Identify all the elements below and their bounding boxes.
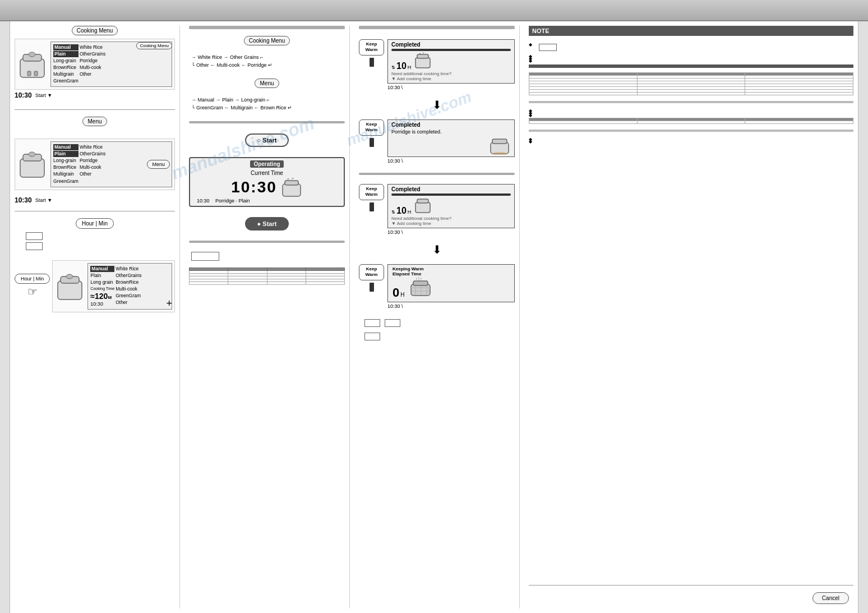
menu-col-2-left: Manual Plain Long-grain BrownRice Multig…	[53, 144, 79, 184]
table-row	[529, 92, 853, 95]
additional-row-1: Need additional cooking time?	[391, 71, 511, 76]
svg-point-10	[66, 274, 73, 279]
time-val-row-3: ⇅ 10 H	[391, 197, 511, 216]
completed-section-1: Completed ⇅ 10 H	[387, 39, 515, 90]
table-row	[529, 121, 853, 123]
porridge-cooker	[391, 136, 511, 155]
right-table-section	[529, 72, 853, 95]
col2-small-input[interactable]	[191, 252, 219, 261]
cooking-menu-button-1[interactable]: Cooking Menu	[72, 26, 118, 35]
menu-item-2-brownrice: BrownRice	[53, 164, 79, 170]
menu-item-longgrain: Long-grain	[53, 58, 79, 64]
menu-item-3-plain: Plain	[90, 273, 114, 279]
cooker-icon-small-1	[281, 177, 303, 198]
col3-input-single	[359, 333, 515, 340]
col3-input-1[interactable]	[364, 319, 380, 327]
col3-top-bar	[359, 26, 515, 29]
column-4: NOTE	[524, 26, 853, 609]
hour-min-section: Hour | Min	[15, 218, 175, 250]
svg-point-2	[29, 52, 35, 57]
menu-item-2-manual: Manual	[53, 144, 79, 150]
add-time-row-3: ▼ Add cooking time	[391, 221, 511, 226]
backslash-1: \	[401, 85, 403, 90]
start-button-2[interactable]: ● Start	[245, 217, 289, 231]
menu-item-multigrain: Multigrain	[53, 71, 79, 77]
menu-item-manual: Manual	[53, 44, 79, 50]
operating-time: 10:30	[231, 178, 277, 196]
operating-label: Operating	[250, 160, 283, 168]
bullet-item-9	[529, 137, 853, 140]
add-time-row-1: ▼ Add cooking time	[391, 76, 511, 81]
col2-start-section-2: ● Start	[189, 217, 345, 231]
cooker-icon-small-3	[414, 197, 432, 215]
svg-point-7	[29, 152, 35, 156]
col2-top-bar	[189, 26, 345, 29]
col3-input-3[interactable]	[364, 333, 380, 340]
menu-col-left: Manual Plain Long-grain BrownRice Multig…	[53, 44, 79, 84]
keep-warm-button-2[interactable]: Keep Warm	[359, 119, 384, 136]
flow-line-1: → White Rice → Other Grains ⌐	[191, 53, 343, 61]
keep-warm-button-4[interactable]: Keep Warm	[359, 264, 384, 280]
time-display-1: 10:30	[15, 91, 32, 99]
menu-item-3-whiterice: White Rice	[116, 266, 141, 272]
left-strip	[0, 21, 10, 613]
down-arrow-1: ⬇	[359, 98, 515, 112]
menu-item-multicook: Multi-cook	[80, 64, 105, 71]
menu-item-2-othergrains: OtherGrains	[80, 151, 105, 157]
menu-button-2[interactable]: Menu	[147, 160, 170, 169]
start-button-1[interactable]: ○ Start	[245, 133, 289, 147]
menu-item-3-greengram: GreenGram	[116, 293, 141, 299]
menu-item-2-other: Other	[80, 171, 105, 177]
col3-input-2[interactable]	[385, 319, 400, 327]
keeping-warm-label: Keeping Warm	[393, 266, 510, 271]
menu-item-greengram: GreenGram	[53, 78, 79, 84]
porridge-done: Porridge is completed.	[391, 129, 511, 135]
min-input[interactable]	[26, 242, 43, 250]
section-header-2	[529, 64, 853, 68]
table-cell	[745, 121, 853, 123]
menu-item-2-multicook: Multi-cook	[80, 164, 105, 170]
menu-item-2-plain: Plain	[53, 151, 79, 157]
backslash-4: \	[401, 303, 403, 309]
time-bottom-3: 10:30	[90, 301, 114, 307]
keep-warm-button-1[interactable]: Keep Warm	[359, 39, 384, 56]
svg-rect-4	[34, 71, 38, 76]
menu-col-right: White Rice OtherGrains Porridge Multi-co…	[80, 44, 105, 84]
bullet-list-3	[529, 135, 853, 140]
svg-rect-0	[20, 59, 44, 77]
content-area: Cooking Menu	[10, 21, 858, 613]
svg-rect-8	[58, 281, 82, 299]
completed-title-3: Completed	[391, 186, 511, 192]
bullet-item-4	[529, 57, 853, 59]
time-bottom-1: 10:30	[387, 85, 400, 90]
keep-warm-button-3[interactable]: Keep Warm	[359, 184, 384, 200]
menu-display-3: Manual Plain Long grain Cooking Time ≈12…	[87, 263, 172, 310]
keeping-warm-section: Keep Warm	[359, 264, 384, 292]
note-input-1[interactable]	[539, 44, 557, 51]
keep-warm-indicator-1	[370, 58, 374, 67]
cancel-button[interactable]: Cancel	[812, 592, 849, 604]
table-cell	[306, 282, 344, 284]
col2-mid-bar	[189, 121, 345, 123]
cooking-menu-button-2[interactable]: Cooking Menu	[244, 36, 290, 45]
menu-button-3[interactable]: Menu	[255, 79, 279, 88]
current-time-label: Current Time	[195, 170, 339, 176]
table-cell	[228, 282, 267, 284]
col3-mid-bar	[359, 173, 515, 175]
cooker-icon-1	[17, 49, 48, 80]
svg-rect-3	[27, 71, 31, 76]
hour-input[interactable]	[26, 232, 43, 240]
note-header: NOTE	[529, 26, 853, 36]
table-cell	[190, 282, 228, 284]
menu-item-other: Other	[80, 71, 105, 77]
menu-button-1[interactable]: Menu	[82, 117, 107, 126]
time-bottom-section-1: 10:30 \	[387, 85, 515, 90]
time-row: 10:30	[195, 177, 339, 198]
time-bottom-section-3: 10:30 \	[387, 229, 515, 235]
menu-item-2-multigrain: Multigrain	[53, 171, 79, 177]
cooking-time-item: Cooking Time	[90, 286, 114, 291]
cooking-menu-small[interactable]: Cooking Menu	[136, 42, 172, 49]
menu-item-2-whiterice: White Rice	[80, 144, 105, 150]
bullet-item-1	[529, 40, 853, 52]
keeping-warm-content: Keeping Warm Elapsed Time 0 H	[387, 264, 515, 309]
